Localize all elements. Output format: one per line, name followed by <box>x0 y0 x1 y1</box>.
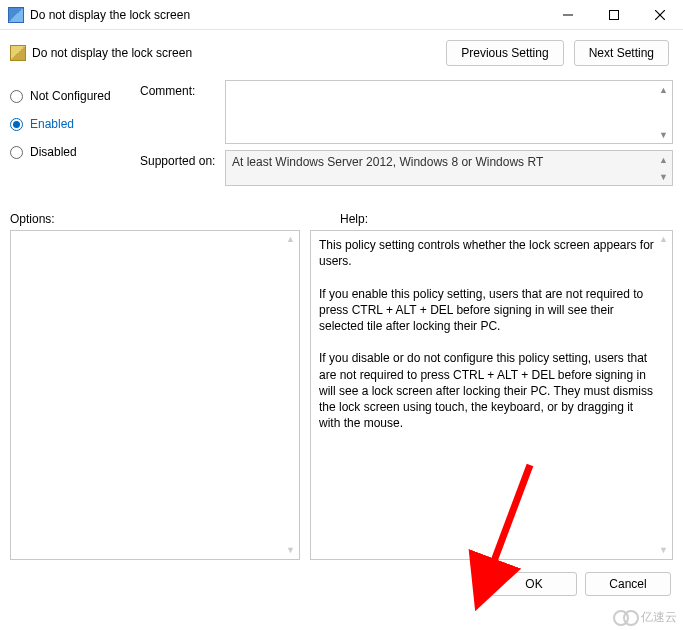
scroll-down-icon[interactable]: ▼ <box>656 127 671 142</box>
radio-enabled[interactable]: Enabled <box>10 110 140 138</box>
help-panel: This policy setting controls whether the… <box>310 230 673 560</box>
radio-label: Enabled <box>30 117 74 131</box>
policy-window-icon <box>8 7 24 23</box>
options-label: Options: <box>10 212 330 226</box>
fields-column: Comment: ▲ ▼ Supported on: At least Wind… <box>140 76 673 192</box>
close-button[interactable] <box>637 0 683 29</box>
scroll-up-icon[interactable]: ▲ <box>283 232 298 247</box>
watermark-text: 亿速云 <box>641 609 677 626</box>
svg-rect-1 <box>610 10 619 19</box>
radio-not-configured[interactable]: Not Configured <box>10 82 140 110</box>
radio-icon <box>10 118 23 131</box>
comment-input[interactable]: ▲ ▼ <box>225 80 673 144</box>
supported-box: At least Windows Server 2012, Windows 8 … <box>225 150 673 186</box>
radio-icon <box>10 90 23 103</box>
window-controls <box>545 0 683 29</box>
cancel-button[interactable]: Cancel <box>585 572 671 596</box>
scroll-up-icon[interactable]: ▲ <box>656 232 671 247</box>
supported-value: At least Windows Server 2012, Windows 8 … <box>232 155 543 169</box>
supported-label: Supported on: <box>140 150 225 186</box>
radio-disabled[interactable]: Disabled <box>10 138 140 166</box>
supported-row: Supported on: At least Windows Server 20… <box>140 150 673 186</box>
maximize-button[interactable] <box>591 0 637 29</box>
radio-label: Not Configured <box>30 89 111 103</box>
previous-setting-button[interactable]: Previous Setting <box>446 40 563 66</box>
policy-title: Do not display the lock screen <box>32 46 436 60</box>
next-setting-button[interactable]: Next Setting <box>574 40 669 66</box>
help-text: This policy setting controls whether the… <box>319 237 654 431</box>
radio-icon <box>10 146 23 159</box>
scroll-up-icon[interactable]: ▲ <box>656 82 671 97</box>
minimize-button[interactable] <box>545 0 591 29</box>
bottom-bar: OK Cancel <box>0 560 683 596</box>
scroll-down-icon[interactable]: ▼ <box>656 543 671 558</box>
comment-row: Comment: ▲ ▼ <box>140 80 673 144</box>
watermark: 亿速云 <box>613 609 677 626</box>
scroll-down-icon[interactable]: ▼ <box>656 169 671 184</box>
policy-icon <box>10 45 26 61</box>
options-panel: ▲ ▼ <box>10 230 300 560</box>
lower-pane: ▲ ▼ This policy setting controls whether… <box>0 230 683 560</box>
titlebar: Do not display the lock screen <box>0 0 683 30</box>
comment-label: Comment: <box>140 80 225 144</box>
section-labels: Options: Help: <box>0 210 683 230</box>
ok-button[interactable]: OK <box>491 572 577 596</box>
help-label: Help: <box>330 212 673 226</box>
radio-group: Not Configured Enabled Disabled <box>10 76 140 192</box>
window-title: Do not display the lock screen <box>30 8 545 22</box>
scroll-down-icon[interactable]: ▼ <box>283 543 298 558</box>
upper-pane: Not Configured Enabled Disabled Comment:… <box>0 76 683 210</box>
header-row: Do not display the lock screen Previous … <box>0 30 683 76</box>
radio-label: Disabled <box>30 145 77 159</box>
scroll-up-icon[interactable]: ▲ <box>656 152 671 167</box>
watermark-icon <box>623 610 639 626</box>
